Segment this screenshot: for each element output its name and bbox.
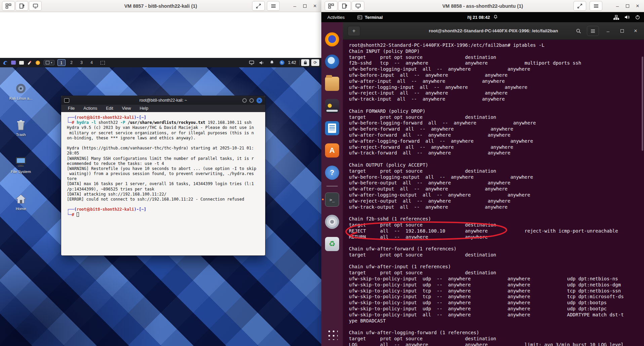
menu-item-help[interactable]: Help xyxy=(140,106,149,111)
terminal-output-line: ufw-skip-to-policy-input udp -- anywhere… xyxy=(349,300,624,306)
kali-clock[interactable]: 1:42 xyxy=(286,60,298,65)
terminal-text-segment: Hydra (https://github.com/vanhauser-thc/… xyxy=(67,146,254,150)
minimize-button[interactable]: – xyxy=(290,1,299,11)
speaker-icon xyxy=(259,61,264,65)
workspace-button-3[interactable]: 3 xyxy=(78,59,86,66)
vm-list-button[interactable] xyxy=(2,1,15,11)
ubuntu-terminal-lines: root@shonth22-Standard-PC-i440FX-PIIX-19… xyxy=(349,42,624,346)
maximize-icon xyxy=(626,4,629,8)
terminal-icon[interactable]: >_ xyxy=(325,193,339,207)
terminal-output-line: ufw-before-input all -- anywhere anywher… xyxy=(349,72,624,78)
trash-icon xyxy=(14,118,28,131)
fullscreen-button[interactable] xyxy=(573,1,586,11)
terminal-output-line: Chain FORWARD (policy DROP) xyxy=(349,108,624,114)
close-button[interactable]: × xyxy=(631,26,641,36)
focused-app-menu[interactable]: Terminal xyxy=(357,15,383,20)
workspace-button-2[interactable]: 2 xyxy=(68,59,76,66)
close-button[interactable]: × xyxy=(633,1,642,11)
notifications-indicator[interactable] xyxy=(268,59,276,66)
kali-terminal-line: Hydra (https://github.com/vanhauser-thc/… xyxy=(67,146,265,151)
window-menu-button[interactable] xyxy=(590,1,602,11)
kali-launcher-editor-icon[interactable] xyxy=(26,59,34,66)
activities-button[interactable]: Activities xyxy=(327,15,345,20)
file-manager-icon xyxy=(19,61,24,65)
scrollbar-thumb[interactable] xyxy=(642,57,643,151)
terminal-output-line: ufw-before-logging-output all -- anywher… xyxy=(349,174,624,180)
search-button[interactable] xyxy=(573,26,583,36)
fullscreen-button[interactable] xyxy=(252,1,265,11)
system-status-area[interactable] xyxy=(613,15,640,20)
volume-indicator[interactable] xyxy=(258,59,266,66)
terminal-text-segment: # xyxy=(72,212,76,217)
kali-menu-button[interactable] xyxy=(1,59,9,66)
kali-terminal-line: [DATA] max 16 tasks per 1 server, overal… xyxy=(67,181,265,186)
terminal-output-line xyxy=(349,102,624,108)
kali-terminal-line xyxy=(67,141,265,146)
vm-details-button[interactable] xyxy=(338,1,351,11)
kali-terminal-titlebar[interactable]: root@bit8-shonth22-kali: ~ × xyxy=(61,96,265,105)
workspace-button-4[interactable]: 4 xyxy=(88,59,96,66)
vm-details-button[interactable] xyxy=(15,1,28,11)
window-menu-button[interactable] xyxy=(267,1,280,11)
maximize-button[interactable] xyxy=(617,26,627,36)
desktop-icon-label: Trash xyxy=(6,133,36,137)
screen-lock-button[interactable] xyxy=(301,59,309,66)
menu-item-edit[interactable]: Edit xyxy=(106,106,113,111)
rhythmbox-icon[interactable] xyxy=(325,99,339,113)
terminal-output-line xyxy=(349,156,624,162)
vm-console-button[interactable] xyxy=(352,1,364,11)
desktop-icon-home[interactable]: Home xyxy=(6,193,36,211)
hamburger-icon xyxy=(594,4,599,8)
kali-launcher-window-icon[interactable] xyxy=(9,59,17,66)
kali-terminal-title: root@bit8-shonth22-kali: ~ xyxy=(61,98,265,103)
show-applications-icon[interactable] xyxy=(326,328,338,340)
files-icon[interactable] xyxy=(325,77,339,91)
window-buttons-area[interactable] xyxy=(99,59,107,66)
desktop-icon-kali-linux-a-[interactable]: Kali Linux a... xyxy=(6,82,36,100)
menu-item-file[interactable]: File xyxy=(68,106,75,111)
vm-console-button[interactable] xyxy=(29,1,42,11)
thunderbird-icon[interactable] xyxy=(325,55,339,69)
vm-grid-icon xyxy=(328,3,334,9)
terminal-output-line xyxy=(349,210,624,216)
desktop-icon-trash[interactable]: Trash xyxy=(6,118,36,137)
recycle-bin-icon[interactable]: ♻ xyxy=(325,237,339,251)
logout-button[interactable]: ⟳ xyxy=(311,59,319,66)
terminal-output-line: Chain ufw-after-logging-forward (1 refer… xyxy=(349,330,624,336)
update-indicator[interactable]: ↻ xyxy=(278,59,286,66)
terminal-menu-button[interactable] xyxy=(587,26,599,36)
kali-launcher-firefox-icon[interactable] xyxy=(34,59,42,66)
display-indicator[interactable] xyxy=(248,59,256,66)
maximize-button[interactable] xyxy=(623,1,632,11)
cd-icon[interactable] xyxy=(325,215,339,229)
firefox-icon[interactable] xyxy=(325,32,339,46)
terminal-text-segment: [WARNING] Many SSH configurations limit … xyxy=(67,156,254,161)
close-button[interactable]: × xyxy=(311,1,319,11)
kali-launcher-files-icon[interactable] xyxy=(17,59,26,66)
maximize-button[interactable] xyxy=(300,1,309,11)
terminal-text-segment: ┌──( xyxy=(67,115,77,120)
terminal-output-line: ufw-reject-forward all -- anywhere anywh… xyxy=(349,144,624,150)
workspace-button-1[interactable]: 1 xyxy=(57,59,66,66)
desktop-icon-label: File System xyxy=(6,170,36,174)
kali-terminal-line: 28:05 xyxy=(67,151,265,156)
ubuntu-terminal-output[interactable]: root@shonth22-Standard-PC-i440FX-PIIX-19… xyxy=(343,40,644,346)
minimize-button[interactable]: – xyxy=(603,26,613,36)
ubuntu-software-icon[interactable]: A xyxy=(325,143,339,158)
kali-terminal-window[interactable]: root@bit8-shonth22-kali: ~ × FileActions… xyxy=(61,96,266,256)
desktop-icon-file-system[interactable]: File System xyxy=(6,155,36,174)
vm-list-button[interactable] xyxy=(325,1,337,11)
menu-item-actions[interactable]: Actions xyxy=(83,106,97,111)
ubuntu-terminal-titlebar[interactable]: + root@shonth22-Standard-PC-i440FX-PIIX-… xyxy=(343,22,644,40)
libreoffice-writer-icon[interactable] xyxy=(325,121,339,135)
terminal-selector[interactable]: ▾ xyxy=(44,60,54,65)
terminal-text-segment: └─ xyxy=(67,212,72,217)
clock-menu[interactable]: říj 21 08:42 xyxy=(467,15,498,20)
terminal-text-segment: -l xyxy=(91,120,96,125)
filesystem-icon xyxy=(14,155,28,168)
terminal-text-segment: )-[~] xyxy=(134,115,146,120)
menu-item-view[interactable]: View xyxy=(122,106,131,111)
kali-terminal-output[interactable]: ┌──(root㉿bit8-shonth22-kali)-[~]└─# hydr… xyxy=(61,112,265,255)
minimize-button[interactable]: – xyxy=(613,1,622,11)
help-icon[interactable]: ? xyxy=(325,166,339,180)
